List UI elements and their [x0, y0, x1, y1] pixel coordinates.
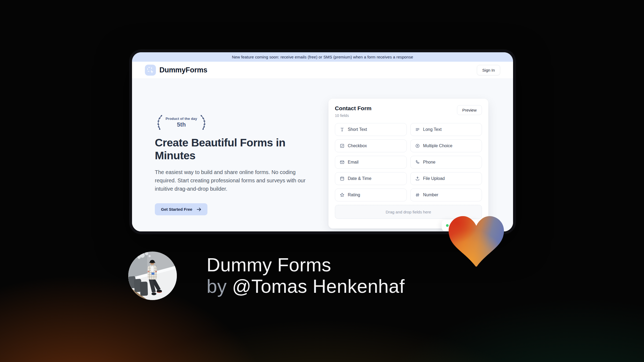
product-of-day-badge: Product of the day 5th: [155, 115, 312, 130]
field-chip[interactable]: Email: [335, 156, 407, 169]
field-type-list: Short Text Long Text Checkbox: [335, 123, 482, 201]
field-chip[interactable]: Short Text: [335, 123, 407, 136]
field-chip-label: Rating: [348, 193, 360, 197]
cursor-icon: [150, 70, 154, 74]
field-chip[interactable]: Number: [410, 189, 482, 201]
upload-icon: [415, 176, 420, 181]
star-icon: [339, 192, 345, 198]
field-chip[interactable]: Checkbox: [335, 139, 407, 152]
announcement-banner: New feature coming soon: receive emails …: [132, 52, 513, 62]
preview-button[interactable]: Preview: [457, 105, 482, 115]
avatar-photo: [128, 252, 177, 300]
caption: Dummy Forms by @Tomas Henkenhaf: [207, 254, 405, 297]
field-chip-label: Date & Time: [348, 176, 371, 181]
field-chip[interactable]: File Upload: [410, 172, 482, 185]
hero-title: Create Beautiful Forms in Minutes: [155, 136, 301, 162]
hero-section: Product of the day 5th: [155, 115, 312, 215]
form-field-count: 10 fields: [335, 113, 372, 118]
get-started-label: Get Started Free: [161, 207, 192, 212]
field-chip-label: Phone: [423, 160, 436, 165]
long-text-icon: [415, 127, 420, 132]
arrow-right-icon: [197, 208, 201, 211]
award-text: Product of the day 5th: [166, 117, 197, 128]
logo-icon: [145, 65, 156, 76]
caption-handle: @Tomas Henkenhaf: [232, 276, 405, 297]
brand-name: DummyForms: [159, 66, 207, 74]
field-chip-label: File Upload: [423, 176, 445, 181]
form-builder-card: Contact Form 10 fields Preview Short Tex…: [328, 99, 488, 228]
site-header: DummyForms Sign In: [132, 62, 513, 79]
field-chip-label: Number: [423, 193, 438, 197]
sign-in-button[interactable]: Sign In: [477, 65, 500, 75]
hash-icon: [415, 192, 420, 198]
browser-window: New feature coming soon: receive emails …: [129, 50, 516, 234]
field-chip-label: Multiple Choice: [423, 143, 452, 148]
field-chip-label: Checkbox: [348, 143, 367, 148]
avatar: [128, 252, 177, 300]
main-content: Product of the day 5th: [132, 79, 513, 231]
email-icon: [339, 160, 345, 165]
multiple-choice-icon: [415, 143, 420, 149]
checkbox-icon: [339, 143, 345, 149]
caption-title: Dummy Forms: [207, 254, 405, 276]
award-rank: 5th: [166, 121, 197, 128]
award-line1: Product of the day: [166, 117, 197, 121]
field-chip[interactable]: Rating: [335, 189, 407, 201]
caption-by: by: [207, 276, 227, 297]
caption-byline: by @Tomas Henkenhaf: [207, 276, 405, 297]
field-chip-label: Long Text: [423, 127, 442, 132]
field-chip[interactable]: Date & Time: [335, 172, 407, 185]
heart-icon: [449, 216, 504, 267]
field-chip-label: Short Text: [348, 127, 367, 132]
form-title: Contact Form: [335, 105, 372, 112]
laurel-right-icon: [200, 115, 208, 130]
field-chip[interactable]: Long Text: [410, 123, 482, 136]
announcement-text: New feature coming soon: receive emails …: [232, 55, 413, 59]
dummyforms-page: New feature coming soon: receive emails …: [132, 52, 513, 231]
field-chip[interactable]: Multiple Choice: [410, 139, 482, 152]
short-text-icon: [339, 127, 345, 132]
phone-icon: [415, 160, 420, 165]
form-card-header: Contact Form 10 fields Preview: [335, 105, 482, 118]
green-dot-icon: [446, 224, 449, 227]
field-chip-label: Email: [348, 160, 358, 165]
calendar-icon: [339, 176, 345, 181]
dropzone-text: Drag and drop fields here: [386, 210, 431, 214]
hero-description: The easiest way to build and share onlin…: [155, 168, 310, 193]
laurel-left-icon: [155, 115, 163, 130]
get-started-button[interactable]: Get Started Free: [155, 203, 207, 215]
logo[interactable]: DummyForms: [145, 65, 207, 76]
field-chip[interactable]: Phone: [410, 156, 482, 169]
